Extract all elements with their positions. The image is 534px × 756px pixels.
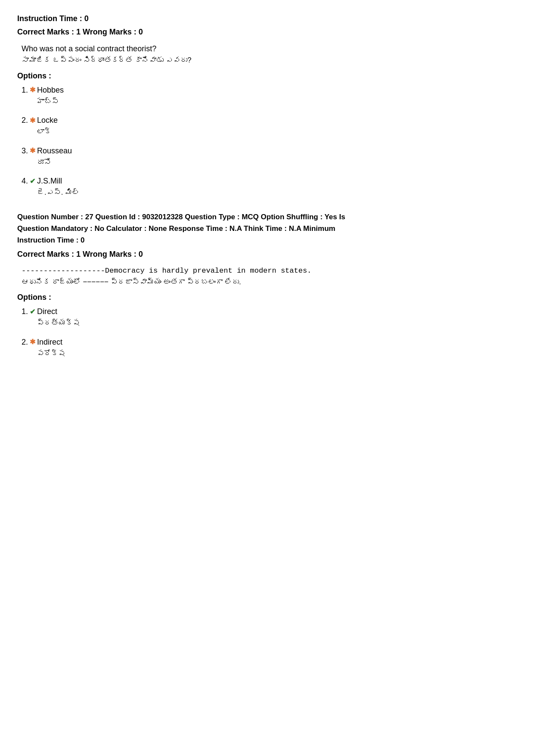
option-english: Hobbes (37, 84, 64, 96)
option-text: Locke లాక్ (37, 115, 58, 137)
option-label: 4. (22, 175, 28, 187)
option-text: Rousseau రూసో (37, 145, 72, 168)
option-telugu: జె.ఎస్. మిల్ (37, 187, 80, 198)
question-26-telugu: సామాజిక ఒప్పందం సిద్ధాంతకర్త కానివాడు ఎవ… (22, 55, 517, 66)
option-number: 2. ✱ (22, 115, 37, 126)
option-text: Hobbes హాబ్స్ (37, 84, 64, 107)
cross-icon: ✱ (30, 85, 35, 95)
question-27-block: Question Number : 27 Question Id : 90320… (17, 211, 517, 359)
check-icon: ✔ (30, 176, 35, 187)
question-27-english: -------------------Democracy is hardly p… (22, 265, 517, 277)
meta-27-line2: Question Mandatory : No Calculator : Non… (17, 223, 517, 234)
option-number: 2. ✱ (22, 336, 37, 348)
list-item: 2. ✱ Indirect పరోక్ష (17, 336, 517, 359)
cross-icon: ✱ (30, 115, 35, 126)
option-telugu: ప్రత్యక్ష (37, 317, 80, 329)
marks-26: Correct Marks : 1 Wrong Marks : 0 (17, 26, 517, 38)
cross-icon: ✱ (30, 337, 35, 347)
question-27-text: -------------------Democracy is hardly p… (17, 265, 517, 287)
list-item: 4. ✔ J.S.Mill జె.ఎస్. మిల్ (17, 175, 517, 198)
option-telugu: హాబ్స్ (37, 96, 64, 107)
option-number: 1. ✔ (22, 306, 37, 317)
question-26-block: Instruction Time : 0 Correct Marks : 1 W… (17, 13, 517, 198)
option-text: Direct ప్రత్యక్ష (37, 306, 80, 329)
question-26-text: Who was not a social contract theorist? … (17, 43, 517, 66)
question-27-telugu: ఆధునిక రాజ్యంలో −−−−−− ప్రజాస్వామ్యం అంత… (22, 277, 517, 288)
option-telugu: పరోక్ష (37, 348, 65, 359)
option-telugu: లాక్ (37, 126, 58, 137)
options-label-26: Options : (17, 70, 517, 82)
option-number: 4. ✔ (22, 175, 37, 187)
options-label-27: Options : (17, 292, 517, 303)
option-english: Rousseau (37, 145, 72, 157)
meta-27-line1: Question Number : 27 Question Id : 90320… (17, 211, 517, 223)
instruction-time-26: Instruction Time : 0 (17, 13, 517, 25)
list-item: 1. ✱ Hobbes హాబ్స్ (17, 84, 517, 107)
meta-27: Question Number : 27 Question Id : 90320… (17, 211, 517, 246)
option-telugu: రూసో (37, 157, 72, 168)
option-label: 2. (22, 115, 28, 126)
marks-27: Correct Marks : 1 Wrong Marks : 0 (17, 249, 517, 260)
option-english: Direct (37, 306, 80, 317)
option-english: Indirect (37, 336, 65, 348)
option-english: Locke (37, 115, 58, 126)
option-label: 3. (22, 145, 28, 157)
option-label: 2. (22, 336, 28, 348)
option-text: Indirect పరోక్ష (37, 336, 65, 359)
question-26-english: Who was not a social contract theorist? (22, 43, 517, 55)
option-number: 1. ✱ (22, 84, 37, 96)
option-text: J.S.Mill జె.ఎస్. మిల్ (37, 175, 80, 198)
cross-icon: ✱ (30, 146, 35, 156)
option-label: 1. (22, 84, 28, 96)
option-label: 1. (22, 306, 28, 317)
list-item: 2. ✱ Locke లాక్ (17, 115, 517, 137)
options-list-26: 1. ✱ Hobbes హాబ్స్ 2. ✱ Locke లాక్ 3. ✱ (17, 84, 517, 198)
options-list-27: 1. ✔ Direct ప్రత్యక్ష 2. ✱ Indirect పరోక… (17, 306, 517, 359)
list-item: 1. ✔ Direct ప్రత్యక్ష (17, 306, 517, 329)
option-number: 3. ✱ (22, 145, 37, 157)
meta-27-line3: Instruction Time : 0 (17, 234, 517, 246)
option-english: J.S.Mill (37, 175, 80, 187)
list-item: 3. ✱ Rousseau రూసో (17, 145, 517, 168)
check-icon: ✔ (30, 307, 35, 317)
